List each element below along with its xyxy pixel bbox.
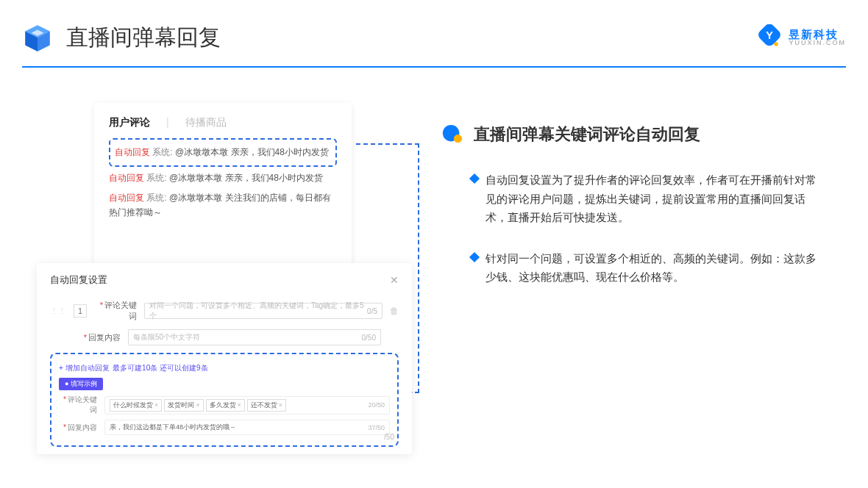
example-box: + 增加自动回复 最多可建10条 还可以创建9条 ● 填写示例 *评论关键词 什… xyxy=(50,353,399,447)
add-hint: 最多可建10条 还可以创建9条 xyxy=(113,364,207,372)
brand-text: 昱新科技 YUUXIN.COM xyxy=(789,29,846,46)
page-header: 直播间弹幕回复 Y 昱新科技 YUUXIN.COM xyxy=(22,22,846,53)
tab-pending-products[interactable]: 待播商品 xyxy=(185,116,227,129)
row-index: 1 xyxy=(74,304,87,317)
placeholder: 每条限50个中文字符 xyxy=(133,332,200,342)
placeholder: 对同一个问题，可设置多个相近、高频的关键词，Tag确定，最多5个 xyxy=(149,301,367,321)
comment-text: @冰墩墩本墩 亲亲，我们48小时内发货 xyxy=(175,147,329,157)
chip-container: 什么时候发货×发货时间×多久发货×还不发货× xyxy=(110,399,288,412)
header-rule xyxy=(22,66,846,68)
brand-block: Y 昱新科技 YUUXIN.COM xyxy=(756,24,846,51)
tab-user-comments[interactable]: 用户评论 xyxy=(109,116,150,129)
comment-line: 自动回复 系统: @冰墩墩本墩 亲亲，我们48小时内发货 xyxy=(115,146,331,159)
connector-line xyxy=(418,143,419,393)
content-input[interactable]: 每条限50个中文字符 0/50 xyxy=(128,329,381,345)
example-label-content: *回复内容 xyxy=(59,423,97,433)
auto-reply-tag: 自动回复 xyxy=(109,173,144,183)
label-content: *回复内容 xyxy=(78,332,121,343)
char-count: 37/50 xyxy=(368,424,385,431)
add-auto-reply-link[interactable]: + 增加自动回复 最多可建10条 还可以创建9条 xyxy=(59,360,390,373)
tabs: 用户评论 | 待播商品 xyxy=(109,116,337,129)
keyword-chip[interactable]: 什么时候发货× xyxy=(110,399,162,412)
comment-text: @冰墩墩本墩 亲亲，我们48小时内发货 xyxy=(169,173,323,183)
section-title: 直播间弹幕关键词评论自动回复 xyxy=(474,123,700,146)
chat-bubble-icon xyxy=(441,123,463,146)
example-content-row: *回复内容 亲，我们这边都是下单48小时内发货的哦～ 37/50 xyxy=(59,420,390,435)
form-row-keyword: ⋮⋮ 1 *评论关键词 对同一个问题，可设置多个相近、高频的关键词，Tag确定，… xyxy=(50,300,399,322)
brand-url: YUUXIN.COM xyxy=(789,40,846,46)
keyword-input[interactable]: 对同一个问题，可设置多个相近、高频的关键词，Tag确定，最多5个 0/5 xyxy=(144,303,383,319)
settings-title-row: 自动回复设置 ✕ xyxy=(50,273,399,287)
svg-point-6 xyxy=(775,42,778,46)
char-count: 20/50 xyxy=(368,401,385,409)
label-keyword: *评论关键词 xyxy=(94,300,137,322)
bullet-text: 针对同一个问题，可设置多个相近的、高频的关键词。例如：这款多少钱、这块能优惠吗、… xyxy=(485,249,817,287)
right-panel: 直播间弹幕关键词评论自动回复 自动回复设置为了提升作者的评论回复效率，作者可在开… xyxy=(441,123,839,309)
bullet-item: 自动回复设置为了提升作者的评论回复效率，作者可在开播前针对常见的评论用户问题，提… xyxy=(441,171,839,227)
example-keyword-field[interactable]: 什么时候发货×发货时间×多久发货×还不发货× 20/50 xyxy=(104,396,390,415)
left-panel: 用户评论 | 待播商品 自动回复 系统: @冰墩墩本墩 亲亲，我们48小时内发货… xyxy=(37,103,419,463)
auto-reply-tag: 自动回复 xyxy=(109,193,144,203)
char-count: 0/5 xyxy=(367,307,377,315)
connector-line xyxy=(356,143,419,145)
brand-name: 昱新科技 xyxy=(789,29,846,40)
diamond-icon xyxy=(469,173,480,184)
svg-text:Y: Y xyxy=(766,29,774,41)
auto-reply-tag: 自动回复 xyxy=(115,147,150,157)
comment-line: 自动回复 系统: @冰墩墩本墩 关注我们的店铺，每日都有热门推荐呦～ xyxy=(109,191,337,219)
form-row-content: *回复内容 每条限50个中文字符 0/50 xyxy=(50,329,399,345)
extra-count: /50 xyxy=(384,433,394,441)
example-content-field[interactable]: 亲，我们这边都是下单48小时内发货的哦～ 37/50 xyxy=(104,420,390,435)
cube-icon xyxy=(22,22,53,53)
system-tag: 系统: xyxy=(152,147,172,157)
system-tag: 系统: xyxy=(146,173,166,183)
header-left: 直播间弹幕回复 xyxy=(22,22,221,53)
example-content-text: 亲，我们这边都是下单48小时内发货的哦～ xyxy=(110,423,236,432)
comment-line: 自动回复 系统: @冰墩墩本墩 亲亲，我们48小时内发货 xyxy=(109,171,337,185)
page-title: 直播间弹幕回复 xyxy=(66,23,221,53)
diamond-icon xyxy=(469,251,480,262)
settings-title: 自动回复设置 xyxy=(50,273,107,287)
system-tag: 系统: xyxy=(146,193,166,203)
comments-card: 用户评论 | 待播商品 自动回复 系统: @冰墩墩本墩 亲亲，我们48小时内发货… xyxy=(94,103,352,265)
bullet-text: 自动回复设置为了提升作者的评论回复效率，作者可在开播前针对常见的评论用户问题，提… xyxy=(485,171,817,227)
keyword-chip[interactable]: 多久发货× xyxy=(206,399,245,412)
drag-handle-icon[interactable]: ⋮⋮ xyxy=(50,306,66,316)
highlighted-comment: 自动回复 系统: @冰墩墩本墩 亲亲，我们48小时内发货 xyxy=(109,138,337,167)
settings-card: 自动回复设置 ✕ ⋮⋮ 1 *评论关键词 对同一个问题，可设置多个相近、高频的关… xyxy=(37,263,412,454)
char-count: 0/50 xyxy=(362,334,376,342)
example-keyword-row: *评论关键词 什么时候发货×发货时间×多久发货×还不发货× 20/50 xyxy=(59,395,390,415)
svg-point-8 xyxy=(454,134,462,143)
close-icon[interactable]: ✕ xyxy=(390,274,399,286)
example-label-keyword: *评论关键词 xyxy=(59,395,97,415)
brand-logo-icon: Y xyxy=(756,24,783,51)
bullet-item: 针对同一个问题，可设置多个相近的、高频的关键词。例如：这款多少钱、这块能优惠吗、… xyxy=(441,249,839,287)
keyword-chip[interactable]: 还不发货× xyxy=(247,399,286,412)
trash-icon[interactable]: 🗑 xyxy=(390,306,399,316)
example-badge: ● 填写示例 xyxy=(59,378,103,390)
tab-divider: | xyxy=(166,116,169,129)
keyword-chip[interactable]: 发货时间× xyxy=(164,399,203,412)
section-head: 直播间弹幕关键词评论自动回复 xyxy=(441,123,839,146)
